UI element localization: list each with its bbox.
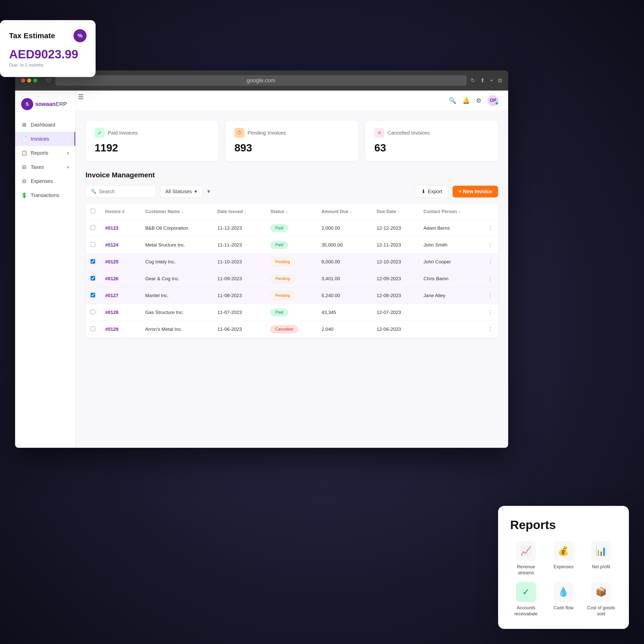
expenses-label: Expenses: [31, 178, 53, 184]
minimize-window-button[interactable]: [27, 78, 31, 83]
sidebar-item-reports[interactable]: 📋 Reports ∨: [15, 146, 75, 160]
contact-person-cell: Chris Bamn: [419, 270, 482, 287]
due-date-cell: 12-12-2023: [372, 220, 419, 237]
row-checkbox[interactable]: [91, 276, 95, 280]
top-bar: 🔍 🔔 ⚙ OP: [75, 91, 508, 111]
row-checkbox[interactable]: [91, 327, 95, 331]
cost-of-goods-label: Cost of goods sold: [585, 605, 617, 617]
tax-amount-value: AED9023.99: [9, 47, 87, 61]
taxes-chevron-icon: ∨: [67, 165, 69, 169]
status-cell: Cancelled: [265, 321, 316, 338]
invoice-id-link[interactable]: #0124: [105, 242, 118, 248]
status-cell: Pending: [265, 287, 316, 304]
row-actions-menu[interactable]: ⋮: [488, 275, 493, 282]
sidebar-item-invoices[interactable]: 📄 Invoices: [15, 132, 75, 146]
date-issued-cell: 11-06-2023: [212, 321, 265, 338]
taxes-label: Taxes: [31, 164, 44, 170]
search-input[interactable]: [99, 189, 151, 194]
notification-bell-icon[interactable]: 🔔: [462, 97, 470, 104]
contact-person-cell: Adam Berns: [419, 220, 482, 237]
expenses-icon: ⊟: [21, 178, 27, 184]
select-all-checkbox[interactable]: [91, 209, 95, 213]
row-checkbox[interactable]: [91, 293, 95, 297]
pending-invoices-icon: ⏱: [234, 128, 245, 138]
hamburger-menu-icon[interactable]: ☰: [78, 93, 84, 101]
row-actions-menu[interactable]: ⋮: [488, 242, 493, 248]
tax-estimate-title: Tax Estimate: [9, 31, 55, 40]
status-badge: Paid: [270, 224, 288, 232]
new-invoice-button[interactable]: + New Invoice: [453, 186, 498, 197]
tax-due-text: Due: In 2 months: [9, 63, 87, 68]
paid-invoices-label: Paid Invoices: [108, 130, 138, 136]
sidebar-item-dashboard[interactable]: ⊞ Dashboard: [15, 118, 75, 132]
invoice-id-link[interactable]: #0128: [105, 310, 118, 315]
maximize-window-button[interactable]: [33, 78, 37, 83]
cancelled-invoices-card: ✕ Cancelled Invoices 63: [365, 121, 498, 161]
report-item-cost-of-goods[interactable]: 📦 Cost of goods sold: [585, 582, 617, 617]
status-filter-dropdown[interactable]: All Statuses ▾: [160, 185, 202, 198]
url-bar[interactable]: google.com: [55, 75, 467, 86]
cost-of-goods-icon: 📦: [591, 582, 611, 602]
customer-name-cell: Arron's Metal Inc.: [140, 321, 212, 338]
report-item-cash-flow[interactable]: 💧 Cash flow: [548, 582, 579, 617]
row-actions-menu[interactable]: ⋮: [488, 225, 493, 231]
dashboard-icon: ⊞: [21, 122, 27, 128]
invoice-id-link[interactable]: #0127: [105, 293, 118, 298]
invoices-icon: 📄: [21, 136, 27, 142]
cancelled-invoices-icon: ✕: [374, 128, 384, 138]
tax-percent-icon[interactable]: %: [73, 29, 87, 42]
invoice-id-link[interactable]: #0125: [105, 259, 118, 264]
report-item-revenue-streams[interactable]: 📈 Revenue streams: [510, 541, 542, 576]
row-checkbox[interactable]: [91, 242, 95, 247]
report-item-accounts-receivable[interactable]: ✓ Accounts receivabale: [510, 582, 542, 617]
row-actions-menu[interactable]: ⋮: [488, 309, 493, 315]
expenses-report-icon: 💰: [553, 541, 574, 561]
contact-person-cell: Jane Alley: [419, 287, 482, 304]
sidebar-item-taxes[interactable]: ⊟ Taxes ∨: [15, 160, 75, 174]
amount-due-cell: 35,000.00: [316, 237, 372, 254]
table-row: #0127 Maritel Inc. 11-08-2023 Pending 5,…: [86, 287, 498, 304]
invoice-id-link[interactable]: #0129: [105, 327, 118, 332]
sidebar-item-expenses[interactable]: ⊟ Expenses: [15, 174, 75, 188]
reload-icon[interactable]: ↻: [471, 77, 475, 84]
browser-window-controls: [21, 78, 37, 83]
pending-invoices-card: ⏱ Pending Invoices 893: [225, 121, 358, 161]
due-date-cell: 12-09-2023: [372, 270, 419, 287]
contact-person-cell: John Cooper: [419, 254, 482, 270]
settings-gear-icon[interactable]: ⚙: [476, 97, 481, 104]
status-cell: Pending: [265, 270, 316, 287]
report-item-expenses[interactable]: 💰 Expenses: [548, 541, 579, 576]
search-box[interactable]: 🔍: [86, 185, 156, 198]
contact-person-cell: [419, 321, 482, 338]
date-issued-cell: 11-10-2023: [212, 254, 265, 270]
due-date-cell: 12-11-2023: [372, 237, 419, 254]
export-button[interactable]: ⬇ Export: [415, 185, 449, 198]
col-date-issued: Date Issued ↓: [212, 204, 265, 220]
app-logo: S sowaanERP: [15, 96, 75, 118]
amount-due-cell: 2,000.00: [316, 220, 372, 237]
app-container: S sowaanERP ⊞ Dashboard 📄 Invoices 📋 Rep…: [15, 91, 508, 448]
row-actions-menu[interactable]: ⋮: [488, 259, 493, 265]
net-profit-label: Net profit: [592, 564, 610, 570]
row-checkbox[interactable]: [91, 310, 95, 314]
row-checkbox[interactable]: [91, 259, 95, 264]
status-filter-label: All Statuses: [165, 189, 192, 194]
transactions-label: Transactions: [31, 192, 59, 198]
invoice-id-link[interactable]: #0123: [105, 225, 118, 231]
report-item-net-profit[interactable]: 📊 Net profit: [585, 541, 617, 576]
reports-grid: 📈 Revenue streams 💰 Expenses 📊 Net profi…: [510, 541, 617, 617]
invoice-id-link[interactable]: #0126: [105, 276, 118, 281]
close-window-button[interactable]: [21, 78, 25, 83]
col-contact-person: Contact Person ↓: [419, 204, 482, 220]
filter-funnel-icon[interactable]: ▼: [206, 189, 211, 194]
share-icon[interactable]: ⬆: [480, 77, 485, 84]
tabs-icon[interactable]: ⧉: [498, 77, 502, 84]
search-icon[interactable]: 🔍: [449, 97, 456, 104]
due-date-cell: 12-07-2023: [372, 304, 419, 321]
cancelled-invoices-label: Cancelled Invoices: [387, 130, 430, 136]
sidebar-item-transactions[interactable]: 💲 Transactions: [15, 188, 75, 202]
row-checkbox[interactable]: [91, 225, 95, 230]
row-actions-menu[interactable]: ⋮: [488, 292, 493, 299]
new-tab-icon[interactable]: +: [490, 77, 493, 84]
row-actions-menu[interactable]: ⋮: [488, 326, 493, 332]
